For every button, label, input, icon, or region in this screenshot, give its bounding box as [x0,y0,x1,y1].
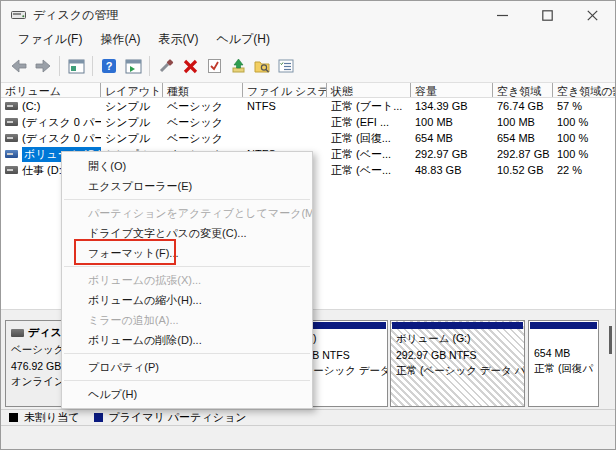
volume-capacity: 134.39 GB [411,100,493,112]
table-row[interactable]: (ディスク 0 パーティシ... シンプル ベーシック 正常 (回復... 65… [1,130,616,146]
volume-status: 正常 (EFI ... [327,115,411,130]
partition-status: 正常 (ベーシック データ パー [391,364,524,378]
column-header-type[interactable]: 種類 [163,83,243,97]
partition-color-bar [392,322,523,329]
window-title: ディスクの管理 [33,7,118,24]
menu-item-mark-active: パーティションをアクティブとしてマーク(M) [62,203,312,223]
column-header-free[interactable]: 空き領域 [493,83,553,97]
back-icon[interactable] [7,54,31,78]
menu-item-help[interactable]: ヘルプ(H) [62,384,312,404]
menu-item-extend-volume: ボリュームの拡張(X)... [62,270,312,290]
toolbar-separator [149,56,150,76]
menu-item-add-mirror: ミラーの追加(A)... [62,310,312,330]
volume-type: ベーシック [163,131,243,146]
volume-name: 仕事 (D:) [22,163,65,178]
console-tree-icon[interactable] [121,54,145,78]
menu-item-open[interactable]: 開く(O) [62,156,312,176]
maximize-button[interactable] [525,1,570,29]
search-folder-icon[interactable] [250,54,274,78]
volume-status: 正常 (ベー... [327,147,411,162]
table-row[interactable]: (C:) シンプル ベーシック NTFS 正常 (ブート... 134.39 G… [1,98,616,114]
volume-layout: シンプル [101,99,163,114]
volume-free-pct: 100 % [553,116,616,128]
volume-fs: NTFS [243,100,327,112]
menu-help[interactable]: ヘルプ(H) [207,29,279,50]
toolbar: ? [1,50,615,83]
column-header-free-pct[interactable]: 空き領域の割合 [553,83,616,97]
menu-separator [64,199,310,200]
close-button[interactable] [570,1,615,29]
forward-icon[interactable] [31,54,55,78]
column-header-layout[interactable]: レイアウト [101,83,163,97]
volume-free-pct: 100 % [553,148,616,160]
scrollbar-thumb[interactable] [609,326,612,354]
column-header-capacity[interactable]: 容量 [411,83,493,97]
volume-type: ベーシック [163,115,243,130]
volume-free: 292.87 GB [493,148,553,160]
drive-icon [5,166,18,174]
menu-item-delete-volume[interactable]: ボリュームの削除(D)... [62,330,312,350]
delete-icon[interactable] [178,54,202,78]
column-header-status[interactable]: 状態 [327,83,411,97]
menu-separator [64,266,310,267]
column-header-volume[interactable]: ボリューム [1,83,101,97]
volume-name: (ディスク 0 パーティシ... [22,115,101,130]
drive-icon [5,150,18,158]
toolbar-separator [92,56,93,76]
partition-color-bar [530,322,597,329]
menu-item-change-drive-letter[interactable]: ドライブ文字とパスの変更(C)... [62,223,312,243]
title-bar: ディスクの管理 [1,1,615,29]
properties-icon[interactable] [274,54,298,78]
volume-name: (C:) [22,100,40,112]
menu-file[interactable]: ファイル(F) [9,29,91,50]
volume-layout: シンプル [101,131,163,146]
volume-free-pct: 57 % [553,100,616,112]
volume-capacity: 292.97 GB [411,148,493,160]
disk-management-app-icon [11,9,26,21]
partition-recovery[interactable]: 654 MB 正常 (回復パ [528,320,599,407]
help-icon[interactable]: ? [97,54,121,78]
screwdriver-icon[interactable] [154,54,178,78]
volume-free: 100 MB [493,116,553,128]
menu-item-explorer[interactable]: エクスプローラー(E) [62,176,312,196]
volume-free-pct: 22 % [553,164,616,176]
context-menu: 開く(O) エクスプローラー(E) パーティションをアクティブとしてマーク(M)… [61,151,313,409]
volume-free: 10.52 GB [493,164,553,176]
menu-bar: ファイル(F) 操作(A) 表示(V) ヘルプ(H) [1,29,615,50]
drive-icon [5,134,18,142]
disk-management-window: ディスクの管理 ファイル(F) 操作(A) 表示(V) ヘルプ(H) ? ボリュ… [0,0,616,450]
legend-unallocated-swatch [9,413,18,422]
volume-status: 正常 (ベー... [327,163,411,178]
minimize-button[interactable] [480,1,525,29]
column-header-filesystem[interactable]: ファイル システム [243,83,327,97]
menu-view[interactable]: 表示(V) [149,29,207,50]
partition-size: 654 MB [529,347,598,359]
volume-capacity: 100 MB [411,116,493,128]
volume-status: 正常 (回復... [327,131,411,146]
drive-icon [5,102,18,110]
menu-item-format[interactable]: フォーマット(F)... [62,243,312,263]
table-row[interactable]: (ディスク 0 パーティシ... シンプル ベーシック 正常 (EFI ... … [1,114,616,130]
partition-size: 292.97 GB NTFS [391,349,524,361]
legend-primary-label: プライマリ パーティション [109,410,247,425]
volume-layout: シンプル [101,115,163,130]
menu-action[interactable]: 操作(A) [91,29,149,50]
vertical-scrollbar[interactable] [604,320,616,407]
console-window-icon[interactable] [64,54,88,78]
drive-icon [5,118,18,126]
partition-label: ボリューム (G:) [391,332,524,346]
menu-item-properties[interactable]: プロパティ(P) [62,357,312,377]
partition-g-selected[interactable]: ボリューム (G:) 292.97 GB NTFS 正常 (ベーシック データ … [390,320,525,407]
volume-free-pct: 100 % [553,132,616,144]
volume-free: 76.74 GB [493,100,553,112]
window-controls [480,1,615,29]
volume-capacity: 654 MB [411,132,493,144]
legend-unallocated-label: 未割り当て [24,410,80,425]
menu-separator [64,380,310,381]
volume-capacity: 48.83 GB [411,164,493,176]
menu-separator [64,353,310,354]
menu-item-shrink-volume[interactable]: ボリュームの縮小(H)... [62,290,312,310]
checklist-icon[interactable] [202,54,226,78]
up-arrow-icon[interactable] [226,54,250,78]
legend-primary-swatch [94,413,103,422]
